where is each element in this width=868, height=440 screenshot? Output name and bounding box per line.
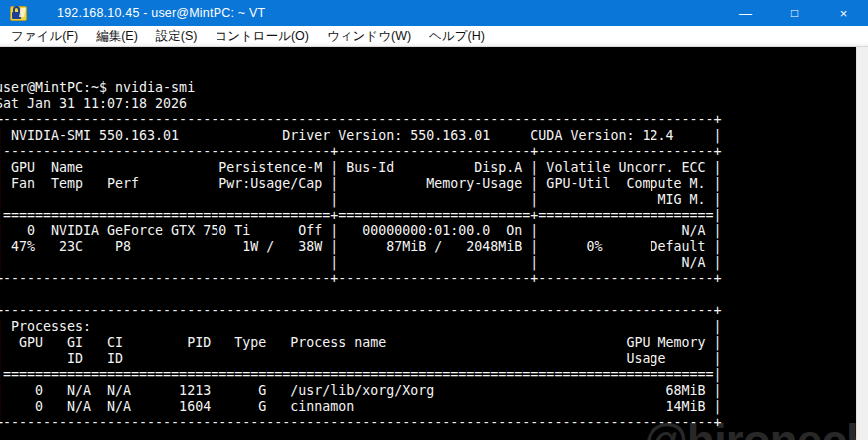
menu-item-window[interactable]: ウィンドウ(W) — [318, 26, 420, 47]
menu-item-help[interactable]: ヘルプ(H) — [420, 26, 494, 47]
close-button[interactable]: × — [819, 0, 868, 26]
teraterm-window: 192.168.10.45 - user@MintPC: ~ VT — □ × … — [0, 0, 868, 440]
menu-item-setup[interactable]: 設定(S) — [147, 26, 207, 47]
window-controls: — □ × — [721, 0, 868, 26]
terminal-output-wrapper: user@MintPC:~$ nvidia-smi Sat Jan 31 11:… — [0, 48, 722, 440]
teraterm-lock-icon — [10, 6, 27, 21]
menu-item-file[interactable]: ファイル(F) — [2, 26, 87, 47]
menu-item-control[interactable]: コントロール(O) — [206, 26, 318, 47]
vertical-scrollbar[interactable] — [856, 47, 868, 440]
icon-gleam — [19, 8, 26, 17]
maximize-button[interactable]: □ — [770, 0, 819, 26]
minimize-button[interactable]: — — [721, 0, 770, 26]
title-bar[interactable]: 192.168.10.45 - user@MintPC: ~ VT — □ × — [0, 0, 868, 26]
menu-bar: ファイル(F) 編集(E) 設定(S) コントロール(O) ウィンドウ(W) ヘ… — [0, 26, 868, 47]
window-title: 192.168.10.45 - user@MintPC: ~ VT — [57, 6, 265, 20]
terminal-screen[interactable]: @hironechan user@MintPC:~$ nvidia-smi Sa… — [0, 47, 868, 440]
menu-item-edit[interactable]: 編集(E) — [87, 26, 147, 47]
nvidia-smi-output: user@MintPC:~$ nvidia-smi Sat Jan 31 11:… — [0, 80, 722, 431]
